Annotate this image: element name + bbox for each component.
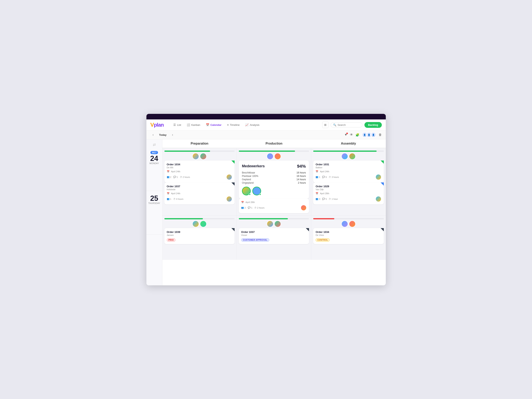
medewerkers-row: Planbaar 100%16 hours — [242, 175, 306, 177]
lane-production: Order 1037VisserCUSTOMER APPROVAL — [237, 216, 311, 260]
people-stat: 👥 2 — [241, 206, 246, 209]
progress-bar — [313, 218, 334, 219]
delete-icon[interactable]: 🗑 — [379, 133, 382, 137]
people-icon: 👥 — [241, 206, 244, 209]
card-corner-indicator — [380, 182, 384, 186]
lane-avatar — [192, 221, 199, 227]
card-footer: 👥 2💬 1⏱ 2 hours — [167, 174, 232, 180]
nav-item-analysis[interactable]: 📈 Analysis — [243, 122, 262, 128]
eye-icon[interactable]: 👁 — [350, 133, 353, 137]
expand-button[interactable]: ⊞ — [322, 122, 329, 128]
card-date: 📅 April 28th — [241, 201, 307, 204]
day-label: W1724MONDAY — [146, 147, 162, 191]
today-button[interactable]: Today — [158, 133, 168, 137]
comments-stat: 💬 1 — [173, 176, 178, 178]
clock-icon: ⏱ — [329, 176, 331, 178]
card-subtitle: De Wit — [167, 166, 232, 169]
chat-icon: 💬 — [173, 176, 176, 178]
card-corner-indicator — [380, 228, 384, 231]
timeline-icon: ≡ — [227, 123, 228, 126]
mede-online-dot — [249, 193, 251, 195]
order-card[interactable]: Order 1034De Wit📅 April 24th👥 2💬 1⏱ 2 ho… — [164, 161, 234, 182]
day-label: 25THURSDAY — [146, 191, 162, 235]
medewerkers-row: Ongepland2 hours — [242, 181, 306, 184]
titlebar — [146, 114, 386, 119]
lane-avatar — [267, 153, 273, 160]
medewerkers-pct: 94% — [297, 164, 306, 169]
order-card[interactable]: Order 1039JansenPRIO — [164, 228, 234, 244]
lane-avatars — [164, 153, 234, 160]
comments-stat: 💬 6 — [322, 176, 327, 178]
card-footer: 👥 3💬 5⏱ 1 hour — [316, 196, 381, 202]
order-card[interactable]: Order 1034De VriesCONTROL — [313, 228, 384, 244]
card-date: 📅 April 24th — [167, 192, 232, 195]
people-stat: 👥 1 — [167, 198, 171, 200]
people-icon: 👥 — [167, 176, 170, 178]
order-card[interactable]: Order 1037VisserCUSTOMER APPROVAL — [239, 228, 309, 244]
nav-item-calendar[interactable]: 📅 Calendar — [203, 122, 224, 128]
day-sections: Order 1034De Wit📅 April 24th👥 2💬 1⏱ 2 ho… — [162, 148, 386, 260]
nav-item-kanban[interactable]: ⬜ Kanban — [184, 122, 203, 128]
progress-bar — [239, 150, 295, 152]
avatar-3: 👤 — [371, 132, 376, 137]
next-arrow[interactable]: › — [170, 132, 175, 137]
lane-avatar — [274, 153, 281, 160]
medewerkers-card: Medewerkers94%Beschikbaar16 hoursPlanbaa… — [239, 161, 309, 199]
lane-production: Medewerkers94%Beschikbaar16 hoursPlanbaa… — [237, 148, 311, 216]
lane-avatars — [313, 153, 384, 160]
lane-avatar — [200, 221, 207, 227]
backlog-button[interactable]: Backlog — [364, 122, 382, 128]
avatar-group: 👤 👤 👤 — [362, 132, 376, 137]
day-name: MONDAY — [149, 162, 159, 164]
card-title: Order 1029 — [316, 185, 381, 188]
puzzle-icon[interactable]: 🧩 — [355, 133, 360, 137]
progress-bar-wrap — [313, 150, 384, 152]
order-card[interactable]: 📅 April 28th👥 2💬 1⏱ 2 hours — [239, 199, 309, 213]
search-input[interactable] — [337, 124, 360, 126]
card-stats: 👥 1⏱ 4 hours — [167, 198, 184, 200]
order-card[interactable]: Order 1029Van Dijk📅 April 28th👥 3💬 5⏱ 1 … — [313, 182, 384, 204]
filter-button[interactable]: ▼ — [344, 133, 348, 137]
lane-preparation: Order 1039JansenPRIO — [162, 216, 237, 260]
prev-arrow[interactable]: ‹ — [150, 132, 156, 137]
mede-online-dot — [259, 193, 261, 195]
card-title: Order 1039 — [167, 231, 232, 233]
people-icon: 👥 — [316, 198, 318, 200]
order-card[interactable]: Order 1031Bakker📅 April 24th👥 1💬 6⏱ 3 ho… — [313, 161, 384, 182]
clock-icon: ⏱ — [329, 198, 331, 200]
shuffle-button[interactable]: ⇄ — [153, 143, 156, 147]
calendar-small-icon: 📅 — [167, 170, 170, 173]
order-card[interactable]: Order 1037Hofstede📅 April 24th👥 1⏱ 4 hou… — [164, 182, 234, 204]
date-nav: ‹ Today › — [150, 132, 344, 137]
card-badge: PRIO — [167, 238, 232, 242]
list-icon: ☰ — [173, 123, 176, 126]
progress-bar-wrap — [313, 218, 384, 219]
badge-label: CUSTOMER APPROVAL — [241, 238, 269, 242]
progress-bar — [164, 150, 210, 152]
clock-icon: ⏱ — [180, 176, 182, 178]
medewerkers-header: Medewerkers94% — [242, 164, 306, 169]
clock-icon: ⏱ — [254, 206, 257, 209]
day-section-24: Order 1034De Wit📅 April 24th👥 2💬 1⏱ 2 ho… — [162, 148, 386, 216]
col-production: Production — [237, 139, 311, 148]
card-stats: 👥 2💬 1⏱ 2 hours — [241, 206, 265, 209]
nav-item-list[interactable]: ☰ List — [171, 122, 184, 128]
week-badge: W17 — [150, 151, 158, 154]
card-title: Order 1037 — [167, 185, 232, 188]
app-window: Vplan ☰ List ⬜ Kanban 📅 Calendar ≡ Timel… — [146, 114, 386, 285]
people-icon: 👥 — [167, 198, 170, 200]
lane-avatar — [349, 221, 356, 227]
lane-avatar — [341, 153, 348, 160]
nav-timeline-label: Timeline — [230, 124, 240, 126]
header-right: ⊞ 🔍 Backlog — [322, 122, 382, 128]
card-badge: CONTROL — [316, 238, 381, 242]
logo[interactable]: Vplan — [150, 122, 164, 128]
comments-stat: 💬 1 — [248, 206, 252, 209]
badge-label: CONTROL — [316, 238, 330, 242]
lane-avatar — [267, 221, 273, 227]
mede-label: Planbaar 100% — [242, 175, 258, 177]
day-number: 24 — [150, 155, 158, 162]
card-stats: 👥 1💬 6⏱ 3 hours — [316, 176, 339, 178]
medewerkers-row: Beschikbaar16 hours — [242, 171, 306, 174]
nav-item-timeline[interactable]: ≡ Timeline — [225, 122, 242, 128]
